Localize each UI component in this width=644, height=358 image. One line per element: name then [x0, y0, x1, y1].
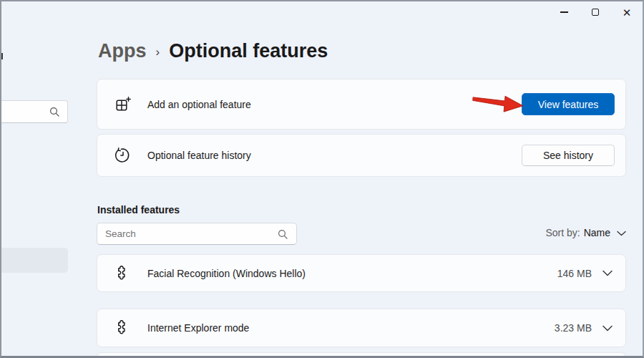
feature-row-facial-recognition[interactable]: Facial Recognition (Windows Hello) 146 M… [97, 254, 626, 292]
minimize-button[interactable] [548, 1, 580, 23]
chevron-down-icon[interactable] [602, 325, 613, 332]
sidebar-search-box [0, 100, 68, 123]
history-icon [114, 147, 132, 164]
view-features-button[interactable]: View features [522, 93, 615, 115]
breadcrumb: Apps › Optional features [98, 40, 328, 62]
sort-by-label: Sort by: [545, 227, 580, 238]
titlebar: ✕ [548, 1, 643, 23]
feature-size: 3.23 MB [555, 322, 592, 334]
add-optional-feature-card: Add an optional feature View features [97, 79, 626, 130]
feature-size: 146 MB [557, 268, 592, 279]
breadcrumb-separator-icon: › [156, 45, 160, 59]
optional-feature-history-card: Optional feature history See history [97, 134, 626, 177]
search-icon [278, 229, 288, 239]
close-button[interactable]: ✕ [611, 1, 643, 23]
features-search-box [97, 223, 297, 245]
add-optional-feature-label: Add an optional feature [147, 99, 251, 110]
sidebar-item-selected[interactable] [0, 248, 68, 273]
puzzle-icon [115, 319, 132, 337]
minimize-icon [560, 11, 568, 12]
chevron-down-icon [617, 231, 626, 236]
installed-features-heading: Installed features [97, 204, 180, 216]
puzzle-icon [115, 265, 132, 282]
sidebar-clipped-text [1, 53, 3, 59]
feature-row-internet-explorer-mode[interactable]: Internet Explorer mode 3.23 MB [97, 309, 626, 347]
feature-name: Internet Explorer mode [147, 322, 249, 334]
see-history-button[interactable]: See history [522, 145, 615, 166]
optional-feature-history-label: Optional feature history [147, 150, 251, 161]
sidebar-search-input[interactable] [0, 107, 49, 117]
feature-name: Facial Recognition (Windows Hello) [147, 268, 306, 279]
features-search-input[interactable] [97, 228, 278, 239]
feature-row-partial [97, 352, 626, 358]
maximize-button[interactable] [580, 1, 611, 23]
search-icon [49, 107, 59, 117]
close-icon: ✕ [623, 7, 632, 18]
sort-by-dropdown[interactable]: Sort by: Name [545, 227, 626, 238]
apps-add-icon [114, 96, 132, 113]
chevron-down-icon[interactable] [602, 270, 613, 276]
sort-by-value: Name [584, 227, 610, 238]
breadcrumb-apps[interactable]: Apps [98, 40, 147, 62]
page-title: Optional features [169, 40, 328, 62]
maximize-icon [592, 9, 599, 16]
